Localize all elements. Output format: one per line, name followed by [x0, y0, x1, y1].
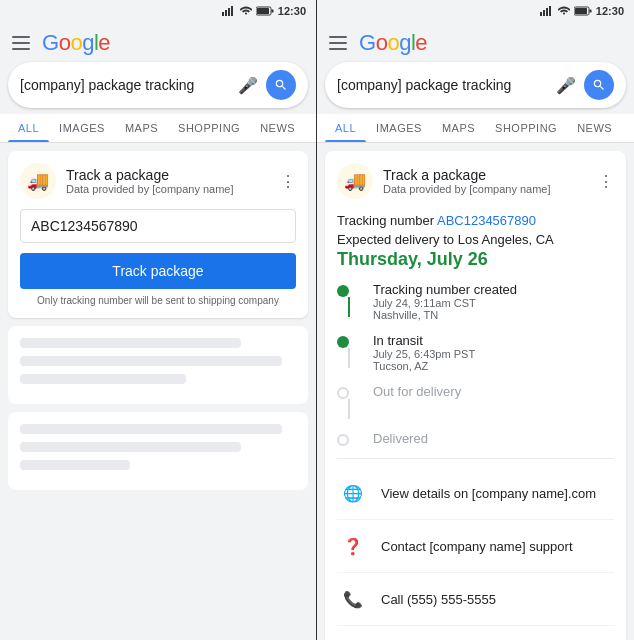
left-main-content: 🚚 Track a package Data provided by [comp…: [0, 143, 316, 640]
right-time: 12:30: [596, 5, 624, 17]
right-mic-icon[interactable]: 🎤: [556, 76, 576, 95]
tracking-timeline: Tracking number created July 24, 9:11am …: [337, 282, 614, 446]
action-contact-support[interactable]: ❓ Contact [company name] support: [337, 520, 614, 573]
left-tracking-card: 🚚 Track a package Data provided by [comp…: [8, 151, 308, 318]
event-detail-created-2: Nashville, TN: [373, 309, 517, 321]
skeleton-line: [20, 442, 241, 452]
tracking-disclaimer: Only tracking number will be sent to shi…: [20, 295, 296, 306]
action-call-label: Call (555) 555-5555: [381, 592, 496, 607]
skeleton-line: [20, 424, 282, 434]
event-detail-transit-1: July 25, 6:43pm PST: [373, 348, 475, 360]
right-main-content: 🚚 Track a package Data provided by [comp…: [317, 143, 634, 640]
right-card-subtitle: Data provided by [company name]: [383, 183, 598, 195]
globe-icon: 🌐: [337, 477, 369, 509]
left-status-bar: 12:30: [0, 0, 316, 22]
svg-rect-5: [271, 10, 273, 13]
left-mic-icon[interactable]: 🎤: [238, 76, 258, 95]
svg-rect-0: [222, 12, 224, 16]
right-search-bar[interactable]: [company] package tracking 🎤: [325, 62, 626, 108]
timeline-dot-delivery: [337, 387, 349, 399]
timeline-item-transit: In transit July 25, 6:43pm PST Tucson, A…: [337, 333, 614, 372]
right-google-logo: Google: [359, 30, 427, 56]
left-card-title-area: Track a package Data provided by [compan…: [66, 167, 280, 195]
left-tab-shopping[interactable]: SHOPPING: [168, 114, 250, 142]
action-contact-label: Contact [company name] support: [381, 539, 573, 554]
right-panel: 12:30 Google [company] package tracking …: [317, 0, 634, 640]
left-hamburger-icon[interactable]: [12, 36, 30, 50]
timeline-dot-delivered: [337, 434, 349, 446]
right-truck-icon: 🚚: [337, 163, 373, 199]
delivery-label: Expected delivery to Los Angeles, CA: [337, 232, 614, 247]
action-view-details-label: View details on [company name].com: [381, 486, 596, 501]
svg-rect-6: [257, 8, 269, 14]
left-search-bar[interactable]: [company] package tracking 🎤: [8, 62, 308, 108]
timeline-item-delivered: Delivered: [337, 431, 614, 446]
timeline-content-created: Tracking number created July 24, 9:11am …: [373, 282, 517, 321]
signal-icon: [540, 6, 554, 16]
left-tabs-bar: ALL IMAGES MAPS SHOPPING NEWS: [0, 114, 316, 143]
right-card-title-area: Track a package Data provided by [compan…: [383, 167, 598, 195]
left-card-title: Track a package: [66, 167, 280, 183]
left-tab-all[interactable]: ALL: [8, 114, 49, 142]
tracking-number-row: Tracking number ABC1234567890: [337, 213, 614, 228]
action-call[interactable]: 📞 Call (555) 555-5555: [337, 573, 614, 626]
left-panel: 12:30 Google [company] package tracking …: [0, 0, 317, 640]
skeleton-line: [20, 374, 186, 384]
left-more-icon[interactable]: ⋮: [280, 172, 296, 191]
svg-rect-8: [543, 10, 545, 16]
action-view-details[interactable]: 🌐 View details on [company name].com: [337, 467, 614, 520]
right-tabs-bar: ALL IMAGES MAPS SHOPPING NEWS: [317, 114, 634, 143]
phone-icon: 📞: [337, 583, 369, 615]
right-tab-all[interactable]: ALL: [325, 114, 366, 142]
tracking-number-input[interactable]: [20, 209, 296, 243]
right-tab-images[interactable]: IMAGES: [366, 114, 432, 142]
skeleton-line: [20, 338, 241, 348]
event-title-delivered: Delivered: [373, 431, 428, 446]
timeline-content-transit: In transit July 25, 6:43pm PST Tucson, A…: [373, 333, 475, 372]
tracking-number-link[interactable]: ABC1234567890: [437, 213, 536, 228]
timeline-dot-created: [337, 285, 349, 297]
right-hamburger-icon[interactable]: [329, 36, 347, 50]
track-package-button[interactable]: Track package: [20, 253, 296, 289]
left-tab-news[interactable]: NEWS: [250, 114, 305, 142]
timeline-item-created: Tracking number created July 24, 9:11am …: [337, 282, 614, 321]
skeleton-line: [20, 460, 130, 470]
left-status-icons: 12:30: [222, 5, 306, 17]
wifi-icon: [558, 6, 570, 16]
left-skeleton-2: [8, 412, 308, 490]
wifi-icon: [240, 6, 252, 16]
left-tab-maps[interactable]: MAPS: [115, 114, 168, 142]
timeline-content-delivered: Delivered: [373, 431, 428, 446]
question-icon: ❓: [337, 530, 369, 562]
event-title-delivery: Out for delivery: [373, 384, 461, 399]
right-tab-shopping[interactable]: SHOPPING: [485, 114, 567, 142]
signal-icon: [222, 6, 236, 16]
left-search-button[interactable]: [266, 70, 296, 100]
left-google-logo: Google: [42, 30, 110, 56]
event-title-transit: In transit: [373, 333, 475, 348]
svg-rect-13: [575, 8, 587, 14]
action-track-another[interactable]: 🚚 Track another package: [337, 626, 614, 640]
left-search-text: [company] package tracking: [20, 77, 238, 93]
left-time: 12:30: [278, 5, 306, 17]
right-google-header: Google: [317, 22, 634, 62]
right-tab-news[interactable]: NEWS: [567, 114, 622, 142]
right-search-icons: 🎤: [556, 70, 614, 100]
right-tab-maps[interactable]: MAPS: [432, 114, 485, 142]
timeline-content-delivery: Out for delivery: [373, 384, 461, 399]
right-search-button[interactable]: [584, 70, 614, 100]
left-tab-images[interactable]: IMAGES: [49, 114, 115, 142]
svg-rect-9: [546, 8, 548, 16]
delivery-date: Thursday, July 26: [337, 249, 614, 270]
event-title-created: Tracking number created: [373, 282, 517, 297]
tracking-result: Tracking number ABC1234567890 Expected d…: [337, 209, 614, 640]
left-google-header: Google: [0, 22, 316, 62]
timeline-dot-transit: [337, 336, 349, 348]
right-status-bar: 12:30: [317, 0, 634, 22]
right-more-icon[interactable]: ⋮: [598, 172, 614, 191]
event-detail-created-1: July 24, 9:11am CST: [373, 297, 517, 309]
svg-rect-2: [228, 8, 230, 16]
left-search-icons: 🎤: [238, 70, 296, 100]
right-status-icons: 12:30: [540, 5, 624, 17]
svg-rect-10: [549, 6, 551, 16]
